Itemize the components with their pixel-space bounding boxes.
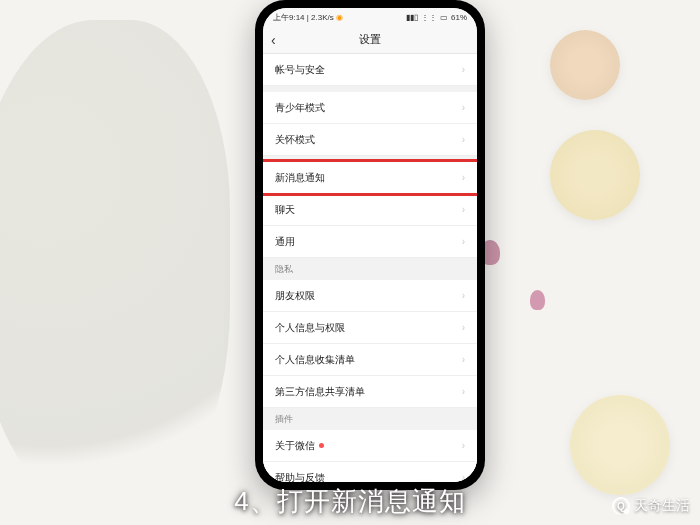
chevron-right-icon: ›	[462, 172, 465, 183]
cell-label: 青少年模式	[275, 101, 325, 115]
cell-about-wechat[interactable]: 关于微信 ›	[263, 430, 477, 462]
background-citrus	[550, 130, 640, 220]
cell-label: 关于微信	[275, 439, 324, 453]
cell-chat[interactable]: 聊天 ›	[263, 194, 477, 226]
cell-friend-permission[interactable]: 朋友权限 ›	[263, 280, 477, 312]
status-time: 上午9:14 | 2.3K/s ◉	[273, 12, 343, 23]
cell-account-security[interactable]: 帐号与安全 ›	[263, 54, 477, 86]
cell-new-message-notify[interactable]: 新消息通知 ›	[263, 162, 477, 194]
chevron-right-icon: ›	[462, 322, 465, 333]
cell-general[interactable]: 通用 ›	[263, 226, 477, 258]
chevron-right-icon: ›	[462, 440, 465, 451]
cell-help-feedback[interactable]: 帮助与反馈 ›	[263, 462, 477, 482]
page-title: 设置	[359, 32, 381, 47]
settings-list: 帐号与安全 ›	[263, 54, 477, 86]
red-dot-icon	[319, 443, 324, 448]
cell-label: 帐号与安全	[275, 63, 325, 77]
status-indicators: ▮▮▯ ⋮⋮ ▭ 61%	[406, 13, 467, 22]
cell-teen-mode[interactable]: 青少年模式 ›	[263, 92, 477, 124]
status-bar: 上午9:14 | 2.3K/s ◉ ▮▮▯ ⋮⋮ ▭ 61%	[263, 8, 477, 26]
cell-label: 聊天	[275, 203, 295, 217]
cell-label: 个人信息收集清单	[275, 353, 355, 367]
watermark-text: 天奇生活	[634, 497, 690, 515]
cell-label: 第三方信息共享清单	[275, 385, 365, 399]
tutorial-caption: 4、打开新消息通知	[0, 484, 700, 519]
chevron-right-icon: ›	[462, 64, 465, 75]
chevron-right-icon: ›	[462, 354, 465, 365]
watermark-logo-icon: Q	[612, 497, 630, 515]
cell-thirdparty-sharing[interactable]: 第三方信息共享清单 ›	[263, 376, 477, 408]
cell-label: 帮助与反馈	[275, 471, 325, 483]
cell-label: 朋友权限	[275, 289, 315, 303]
wifi-icon: ⋮⋮	[421, 13, 437, 22]
chevron-right-icon: ›	[462, 290, 465, 301]
chevron-right-icon: ›	[462, 236, 465, 247]
nav-bar: ‹ 设置	[263, 26, 477, 54]
chevron-right-icon: ›	[462, 134, 465, 145]
chevron-right-icon: ›	[462, 472, 465, 482]
watermark: Q 天奇生活	[612, 497, 690, 515]
cell-personal-info-collection[interactable]: 个人信息收集清单 ›	[263, 344, 477, 376]
section-header-privacy: 隐私	[263, 258, 477, 280]
cell-label: 关怀模式	[275, 133, 315, 147]
phone-screen: 上午9:14 | 2.3K/s ◉ ▮▮▯ ⋮⋮ ▭ 61% ‹ 设置 帐号与安…	[263, 8, 477, 482]
back-button[interactable]: ‹	[271, 32, 276, 48]
section-header-plugin: 插件	[263, 408, 477, 430]
cell-personal-info-permission[interactable]: 个人信息与权限 ›	[263, 312, 477, 344]
cell-label: 新消息通知	[275, 171, 325, 185]
chevron-right-icon: ›	[462, 204, 465, 215]
chevron-right-icon: ›	[462, 102, 465, 113]
battery-icon: ▭	[440, 13, 448, 22]
chevron-right-icon: ›	[462, 386, 465, 397]
signal-icon: ▮▮▯	[406, 13, 418, 22]
background-citrus	[550, 30, 620, 100]
cell-label: 个人信息与权限	[275, 321, 345, 335]
background-foliage	[0, 20, 230, 520]
phone-frame: 上午9:14 | 2.3K/s ◉ ▮▮▯ ⋮⋮ ▭ 61% ‹ 设置 帐号与安…	[255, 0, 485, 490]
background-flower	[530, 290, 545, 310]
battery-percent: 61%	[451, 13, 467, 22]
cell-care-mode[interactable]: 关怀模式 ›	[263, 124, 477, 156]
cell-label: 通用	[275, 235, 295, 249]
background-citrus	[570, 395, 670, 495]
